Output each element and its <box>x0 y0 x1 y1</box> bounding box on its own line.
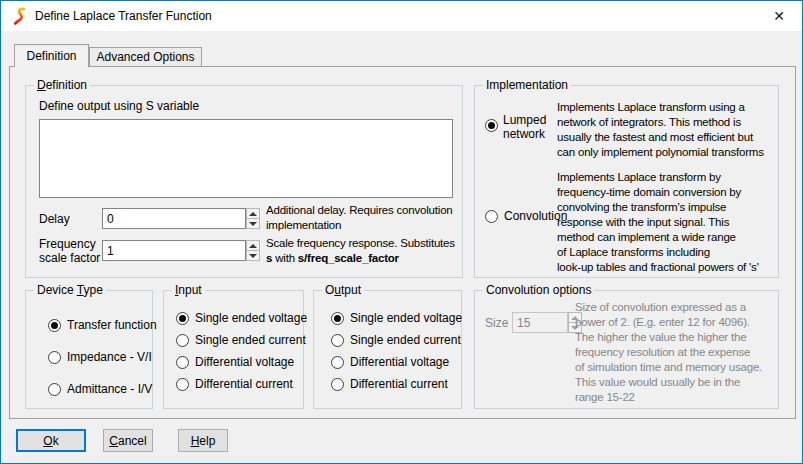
frequency-spin-down-icon[interactable] <box>246 251 260 261</box>
s-expression-input[interactable] <box>39 119 453 198</box>
radio-input-single-ended-current[interactable]: Single ended current <box>176 333 306 347</box>
close-icon: ✕ <box>773 8 785 24</box>
radio-selected-icon <box>48 319 61 332</box>
delay-spin-up-icon[interactable] <box>246 208 260 219</box>
delay-input[interactable] <box>102 208 246 229</box>
radio-label: Transfer function <box>67 318 157 332</box>
delay-spin-down-icon[interactable] <box>246 219 260 229</box>
group-definition: Definition Define output using S variabl… <box>25 85 463 278</box>
delay-description: Additional delay. Requires convolution i… <box>266 203 453 233</box>
radio-selected-icon <box>485 119 498 132</box>
radio-unselected-icon <box>48 351 61 364</box>
group-input-label: Input <box>172 283 205 297</box>
radio-admittance[interactable]: Admittance - I/V <box>48 382 152 396</box>
radio-unselected-icon <box>176 356 189 369</box>
frequency-spin-up-icon[interactable] <box>246 240 260 251</box>
radio-label: Single ended current <box>195 333 306 347</box>
radio-label: Single ended voltage <box>195 311 307 325</box>
radio-unselected-icon <box>176 378 189 391</box>
dialog-define-laplace-transfer-function: Define Laplace Transfer Function ✕ Defin… <box>0 0 803 464</box>
group-implementation-label: Implementation <box>483 78 571 92</box>
frequency-scale-description: Scale frequency response. Substitutess w… <box>266 236 455 266</box>
titlebar[interactable]: Define Laplace Transfer Function ✕ <box>1 1 802 31</box>
radio-input-differential-current[interactable]: Differential current <box>176 377 293 391</box>
radio-label: Single ended voltage <box>350 311 462 325</box>
radio-selected-icon <box>176 312 189 325</box>
radio-selected-icon <box>331 312 344 325</box>
expression-prompt: Define output using S variable <box>39 99 199 113</box>
frequency-scale-factor-input[interactable] <box>102 240 246 261</box>
group-convolution-options-label: Convolution options <box>483 283 594 297</box>
radio-unselected-icon <box>331 334 344 347</box>
radio-label: Impedance - V/I <box>67 350 152 364</box>
radio-output-single-ended-current[interactable]: Single ended current <box>331 333 461 347</box>
radio-output-differential-voltage[interactable]: Differential voltage <box>331 355 449 369</box>
group-implementation: Implementation Lumped network Implements… <box>474 85 779 278</box>
radio-unselected-icon <box>48 383 61 396</box>
ok-button[interactable]: Ok <box>16 429 86 452</box>
group-device-type: Device Type Transfer function Impedance … <box>25 290 153 409</box>
size-label: Size <box>485 316 508 330</box>
radio-input-differential-voltage[interactable]: Differential voltage <box>176 355 294 369</box>
group-output-label: Output <box>322 283 364 297</box>
radio-lumped-network-label: Lumped network <box>503 113 559 141</box>
group-convolution-options: Convolution options Size Size of convolu… <box>474 290 779 409</box>
lumped-network-description: Implements Laplace transform using a net… <box>557 100 764 160</box>
radio-transfer-function[interactable]: Transfer function <box>48 318 157 332</box>
tab-advanced-options[interactable]: Advanced Options <box>89 47 202 66</box>
radio-label: Single ended current <box>350 333 461 347</box>
radio-convolution[interactable]: Convolution <box>485 209 567 223</box>
radio-output-single-ended-voltage[interactable]: Single ended voltage <box>331 311 462 325</box>
radio-unselected-icon <box>176 334 189 347</box>
size-input <box>512 312 568 333</box>
group-definition-label: Definition <box>34 78 90 92</box>
cancel-button[interactable]: Cancel <box>103 429 153 452</box>
radio-unselected-icon <box>331 356 344 369</box>
radio-label: Differential current <box>350 377 448 391</box>
convolution-description: Implements Laplace transform by frequenc… <box>557 170 759 275</box>
tab-definition[interactable]: Definition <box>14 44 89 67</box>
radio-unselected-icon <box>331 378 344 391</box>
frequency-scale-factor-spinner <box>246 240 260 261</box>
app-icon <box>11 7 27 25</box>
delay-label: Delay <box>39 212 70 226</box>
delay-spinner <box>246 208 260 229</box>
group-output: Output Single ended voltage Single ended… <box>313 290 462 409</box>
group-input: Input Single ended voltage Single ended … <box>163 290 304 409</box>
radio-lumped-network[interactable] <box>485 119 498 132</box>
radio-input-single-ended-voltage[interactable]: Single ended voltage <box>176 311 307 325</box>
radio-impedance[interactable]: Impedance - V/I <box>48 350 152 364</box>
window-title: Define Laplace Transfer Function <box>35 1 212 31</box>
radio-unselected-icon <box>485 210 498 223</box>
help-button[interactable]: Help <box>178 429 228 452</box>
frequency-scale-factor-label: Frequency scale factor <box>39 237 103 265</box>
radio-label: Differential current <box>195 377 293 391</box>
radio-label: Differential voltage <box>195 355 294 369</box>
radio-label: Admittance - I/V <box>67 382 152 396</box>
close-button[interactable]: ✕ <box>756 1 802 31</box>
convolution-size-description: Size of convolution expressed as a power… <box>575 300 762 405</box>
radio-label: Differential voltage <box>350 355 449 369</box>
radio-output-differential-current[interactable]: Differential current <box>331 377 448 391</box>
group-device-type-label: Device Type <box>34 283 106 297</box>
